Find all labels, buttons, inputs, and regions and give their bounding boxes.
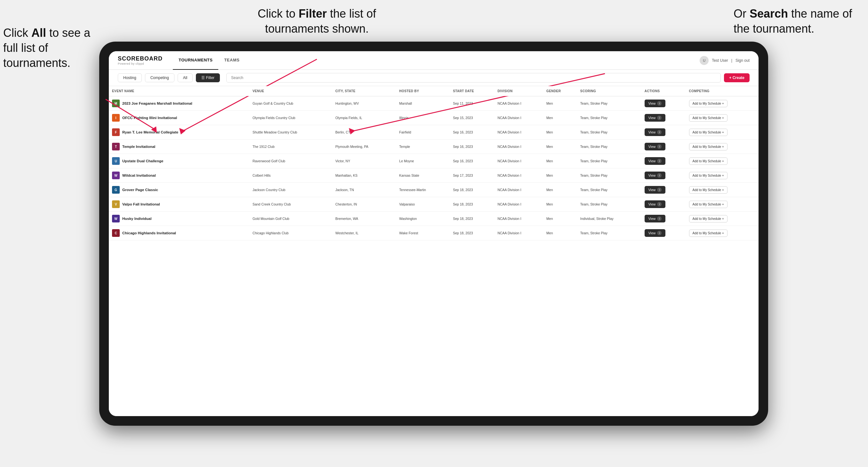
separator: | xyxy=(731,58,732,63)
filter-btn[interactable]: ☰ Filter xyxy=(196,73,220,82)
add-schedule-button-1[interactable]: Add to My Schedule + xyxy=(689,114,727,122)
add-schedule-button-4[interactable]: Add to My Schedule + xyxy=(689,157,727,165)
hosted-by-cell-2: Fairfield xyxy=(396,125,450,139)
add-schedule-button-7[interactable]: Add to My Schedule + xyxy=(689,201,727,208)
scoring-cell-7: Team, Stroke Play xyxy=(577,197,642,212)
col-venue: VENUE xyxy=(249,86,332,96)
view-button-4[interactable]: View i xyxy=(645,157,666,165)
add-schedule-label-9: Add to My Schedule + xyxy=(692,231,724,235)
user-avatar: U xyxy=(700,56,709,65)
view-button-8[interactable]: View i xyxy=(645,215,666,222)
event-name-6: Grover Page Classic xyxy=(122,188,158,192)
table-row: C Chicago Highlands Invitational Chicago… xyxy=(109,226,758,240)
event-name-4: Upstate Dual Challenge xyxy=(122,159,163,163)
venue-cell-4: Ravenwood Golf Club xyxy=(249,154,332,168)
team-logo-7: V xyxy=(112,200,120,208)
add-schedule-button-9[interactable]: Add to My Schedule + xyxy=(689,229,727,237)
info-icon-1: i xyxy=(657,116,661,120)
add-schedule-label-7: Add to My Schedule + xyxy=(692,203,724,206)
actions-cell-2: View i xyxy=(642,125,686,139)
scoring-cell-1: Team, Stroke Play xyxy=(577,111,642,125)
nav-tab-teams[interactable]: TEAMS xyxy=(218,51,245,70)
add-schedule-button-2[interactable]: Add to My Schedule + xyxy=(689,129,727,136)
user-name: Test User xyxy=(712,58,728,63)
add-schedule-label-6: Add to My Schedule + xyxy=(692,188,724,192)
scoring-cell-5: Team, Stroke Play xyxy=(577,168,642,183)
search-input[interactable] xyxy=(226,73,721,83)
nav-tab-tournaments[interactable]: TOURNAMENTS xyxy=(173,51,218,70)
venue-cell-2: Shuttle Meadow Country Club xyxy=(249,125,332,139)
info-icon-2: i xyxy=(657,130,661,134)
gender-cell-1: Men xyxy=(543,111,577,125)
table-row: G Grover Page Classic Jackson Country Cl… xyxy=(109,183,758,197)
tablet-screen: SCOREBOARD Powered by clippd TOURNAMENTS… xyxy=(109,51,758,416)
gender-cell-9: Men xyxy=(543,226,577,240)
competing-cell-2: Add to My Schedule + xyxy=(686,125,758,139)
table-row: M 2023 Joe Feaganes Marshall Invitationa… xyxy=(109,96,758,111)
add-schedule-button-8[interactable]: Add to My Schedule + xyxy=(689,215,727,222)
view-label-6: View xyxy=(648,188,656,192)
view-button-3[interactable]: View i xyxy=(645,143,666,150)
event-name-cell-5: W Wildcat Invitational xyxy=(109,168,249,183)
filter-icon: ☰ xyxy=(201,75,205,80)
team-logo-9: C xyxy=(112,229,120,237)
gender-cell-6: Men xyxy=(543,183,577,197)
view-button-9[interactable]: View i xyxy=(645,229,666,237)
table-row: W Wildcat Invitational Colbert Hills Man… xyxy=(109,168,758,183)
add-schedule-label-2: Add to My Schedule + xyxy=(692,131,724,134)
actions-cell-1: View i xyxy=(642,111,686,125)
create-button[interactable]: + Create xyxy=(724,73,750,82)
event-name-cell-7: V Valpo Fall Invitational xyxy=(109,197,249,212)
info-icon-7: i xyxy=(657,202,661,207)
event-name-cell-4: U Upstate Dual Challenge xyxy=(109,154,249,168)
tournaments-table: EVENT NAME VENUE CITY, STATE HOSTED BY S… xyxy=(109,86,758,240)
view-button-0[interactable]: View i xyxy=(645,99,666,107)
hosted-by-cell-1: Illinois xyxy=(396,111,450,125)
team-logo-6: G xyxy=(112,186,120,194)
team-logo-1: I xyxy=(112,114,120,122)
scoring-cell-2: Team, Stroke Play xyxy=(577,125,642,139)
info-icon-3: i xyxy=(657,144,661,149)
add-schedule-button-0[interactable]: Add to My Schedule + xyxy=(689,100,727,107)
app-header: SCOREBOARD Powered by clippd TOURNAMENTS… xyxy=(109,51,758,70)
col-competing: COMPETING xyxy=(686,86,758,96)
division-cell-3: NCAA Division I xyxy=(494,139,543,154)
view-button-5[interactable]: View i xyxy=(645,172,666,179)
event-name-8: Husky Individual xyxy=(122,217,151,221)
actions-cell-5: View i xyxy=(642,168,686,183)
competing-cell-3: Add to My Schedule + xyxy=(686,139,758,154)
col-division: DIVISION xyxy=(494,86,543,96)
add-schedule-button-6[interactable]: Add to My Schedule + xyxy=(689,186,727,194)
view-button-7[interactable]: View i xyxy=(645,200,666,208)
main-nav: TOURNAMENTS TEAMS xyxy=(173,51,700,70)
add-schedule-button-5[interactable]: Add to My Schedule + xyxy=(689,172,727,179)
division-cell-1: NCAA Division I xyxy=(494,111,543,125)
col-event-name: EVENT NAME xyxy=(109,86,249,96)
competing-cell-7: Add to My Schedule + xyxy=(686,197,758,212)
start-date-cell-3: Sep 16, 2023 xyxy=(450,139,494,154)
event-name-cell-2: F Ryan T. Lee Memorial Collegiate xyxy=(109,125,249,139)
competing-cell-5: Add to My Schedule + xyxy=(686,168,758,183)
competing-tab[interactable]: Competing xyxy=(145,73,175,82)
all-tab[interactable]: All xyxy=(178,73,193,82)
actions-cell-6: View i xyxy=(642,183,686,197)
add-schedule-label-5: Add to My Schedule + xyxy=(692,174,724,177)
hosting-tab[interactable]: Hosting xyxy=(118,73,142,82)
event-name-cell-3: T Temple Invitational xyxy=(109,139,249,154)
view-label-2: View xyxy=(648,130,656,134)
event-name-cell-8: W Husky Individual xyxy=(109,212,249,226)
view-label-9: View xyxy=(648,231,656,235)
sign-out-link[interactable]: Sign out xyxy=(736,58,750,63)
view-button-2[interactable]: View i xyxy=(645,128,666,136)
hosted-by-cell-4: Le Moyne xyxy=(396,154,450,168)
gender-cell-2: Men xyxy=(543,125,577,139)
add-schedule-button-3[interactable]: Add to My Schedule + xyxy=(689,143,727,150)
team-logo-4: U xyxy=(112,157,120,165)
view-label-4: View xyxy=(648,159,656,163)
view-button-6[interactable]: View i xyxy=(645,186,666,194)
gender-cell-3: Men xyxy=(543,139,577,154)
col-gender: GENDER xyxy=(543,86,577,96)
view-button-1[interactable]: View i xyxy=(645,114,666,122)
col-city-state: CITY, STATE xyxy=(332,86,396,96)
start-date-cell-1: Sep 15, 2023 xyxy=(450,111,494,125)
